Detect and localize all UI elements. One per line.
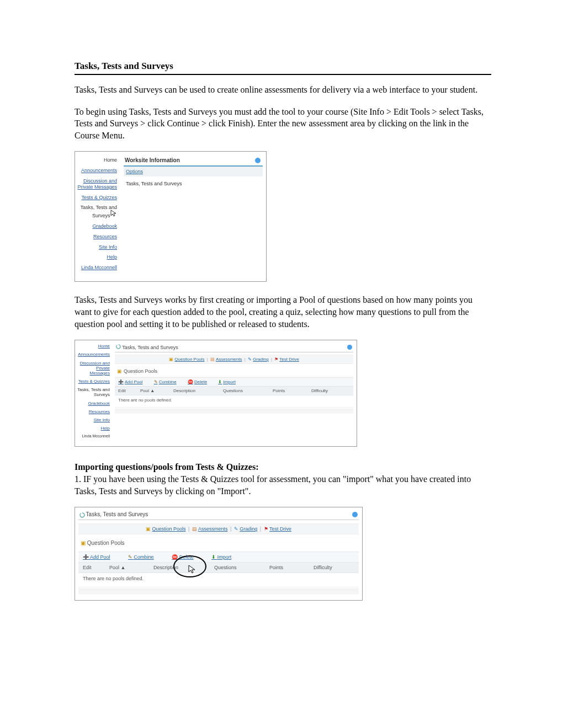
tool-titlebar: Tasks, Tests and Surveys xyxy=(78,510,359,520)
delete-icon: ⛔ xyxy=(188,379,193,384)
refresh-icon[interactable] xyxy=(79,512,84,517)
sidebar-item-help[interactable]: Help xyxy=(75,426,110,431)
tool-nav-strip: ▣ Question Pools | ▤ Assessments | ✎ Gra… xyxy=(115,355,353,364)
cursor-icon xyxy=(188,565,196,574)
title-rule xyxy=(75,74,491,75)
nav-grading[interactable]: Grading xyxy=(253,357,268,362)
screenshot-worksite-info: Home Announcements Discussion and Privat… xyxy=(75,151,267,282)
sidebar-item-discussion[interactable]: Discussion and Private Messages xyxy=(75,178,117,190)
course-menu-sidebar: Home Announcements Discussion and Privat… xyxy=(75,340,113,442)
subheading-importing: Importing questions/pools from Tests & Q… xyxy=(75,462,259,472)
subheading-body: 1. IF you have been using the Tests & Qu… xyxy=(75,474,471,496)
sidebar-user-name: Linda Mcconnell xyxy=(75,265,117,271)
pool-icon: ▣ xyxy=(81,540,86,546)
para-setup: To begin using Tasks, Tests and Surveys … xyxy=(75,106,491,142)
footer-bar xyxy=(78,588,359,595)
col-pool[interactable]: Pool ▲ xyxy=(109,565,153,570)
pool-actions-bar: ➕ Add Pool ✎ Combine ⛔ Delete ⬇ Import xyxy=(78,552,359,563)
panel-title: Worksite Information xyxy=(125,157,180,163)
empty-message: There are no pools defined. xyxy=(115,395,353,408)
col-edit[interactable]: Edit xyxy=(118,388,140,393)
options-bar: Options xyxy=(124,167,263,176)
refresh-icon[interactable] xyxy=(116,344,121,349)
plus-icon: ➕ xyxy=(83,554,89,560)
tool-title: Tasks, Tests and Surveys xyxy=(86,511,148,517)
import-link[interactable]: ⬇ Import xyxy=(211,554,231,560)
empty-message: There are no pools defined. xyxy=(78,573,359,587)
sidebar-item-home[interactable]: Home xyxy=(75,157,117,163)
nav-assessments[interactable]: Assessments xyxy=(216,357,242,362)
pencil-icon: ✎ xyxy=(154,379,158,384)
combine-link[interactable]: ✎ Combine xyxy=(128,554,154,560)
col-description[interactable]: Description xyxy=(173,388,223,393)
sidebar-item-gradebook[interactable]: Gradebook xyxy=(75,223,117,229)
sidebar-item-site-info[interactable]: Site Info xyxy=(75,244,117,250)
screenshot-question-pools: Home Announcements Discussion and Privat… xyxy=(75,340,357,447)
question-pools-heading: ▣ Question Pools xyxy=(78,540,359,552)
sidebar-user-name: Linda Mcconnell xyxy=(75,434,110,438)
delete-link[interactable]: ⛔Delete xyxy=(188,379,207,384)
nav-question-pools[interactable]: Question Pools xyxy=(152,526,185,532)
sidebar-item-resources[interactable]: Resources xyxy=(75,234,117,240)
nav-test-drive[interactable]: Test Drive xyxy=(269,526,291,532)
pencil-icon: ✎ xyxy=(128,554,132,560)
col-difficulty[interactable]: Difficulty xyxy=(311,388,350,393)
nav-assessments[interactable]: Assessments xyxy=(198,526,228,532)
tool-title: Tasks, Tests and Surveys xyxy=(122,345,178,350)
sidebar-item-tasks-tests-surveys[interactable]: Tasks, Tests and Surveys xyxy=(75,205,117,219)
pool-table-header: Edit Pool ▲ Description Questions Points… xyxy=(115,387,353,395)
para-workflow: Tasks, Tests and Surveys works by first … xyxy=(75,294,491,330)
col-points[interactable]: Points xyxy=(269,565,314,570)
col-difficulty[interactable]: Difficulty xyxy=(314,565,352,570)
screenshot-import-highlight: Tasks, Tests and Surveys ▣ Question Pool… xyxy=(75,507,363,601)
site-area-label: Tasks, Tests and Surveys xyxy=(124,176,263,191)
para-intro: Tasks, Tests and Surveys can be used to … xyxy=(75,84,491,96)
import-icon: ⬇ xyxy=(211,554,216,560)
col-questions[interactable]: Questions xyxy=(214,565,269,570)
sidebar-item-help[interactable]: Help xyxy=(75,254,117,260)
add-pool-link[interactable]: ➕Add Pool xyxy=(118,379,142,384)
sidebar-item-announcements[interactable]: Announcements xyxy=(75,352,110,357)
page-title: Tasks, Tests and Surveys xyxy=(75,61,491,72)
course-menu-sidebar: Home Announcements Discussion and Privat… xyxy=(75,152,120,281)
pool-table-header: Edit Pool ▲ Description Questions Points… xyxy=(78,563,359,573)
sidebar-item-tests-quizzes[interactable]: Tests & Quizzes xyxy=(75,195,117,201)
footer-bar xyxy=(115,409,353,414)
pool-icon: ▣ xyxy=(117,368,122,374)
col-description[interactable]: Description xyxy=(153,565,214,570)
sidebar-item-home[interactable]: Home xyxy=(75,344,110,349)
import-icon: ⬇ xyxy=(218,379,222,384)
sidebar-item-tests-quizzes[interactable]: Tests & Quizzes xyxy=(75,379,110,384)
sidebar-item-announcements[interactable]: Announcements xyxy=(75,168,117,174)
help-icon[interactable] xyxy=(347,345,352,350)
plus-icon: ➕ xyxy=(118,379,124,384)
delete-link[interactable]: ⛔ Delete xyxy=(172,554,194,560)
sidebar-item-resources[interactable]: Resources xyxy=(75,409,110,414)
import-link[interactable]: ⬇Import xyxy=(218,379,236,384)
help-icon[interactable] xyxy=(352,512,358,517)
panel-header: Worksite Information xyxy=(124,155,263,167)
delete-icon: ⛔ xyxy=(172,554,178,560)
tool-titlebar: Tasks, Tests and Surveys xyxy=(115,342,353,352)
question-pools-heading: ▣Question Pools xyxy=(115,367,353,377)
cursor-icon xyxy=(111,211,117,217)
nav-question-pools[interactable]: Question Pools xyxy=(174,357,204,362)
nav-grading[interactable]: Grading xyxy=(240,526,257,532)
combine-link[interactable]: ✎Combine xyxy=(154,379,177,384)
add-pool-link[interactable]: ➕ Add Pool xyxy=(83,554,110,560)
col-questions[interactable]: Questions xyxy=(223,388,273,393)
help-icon[interactable] xyxy=(255,158,261,163)
tool-nav-strip: ▣ Question Pools | ▤ Assessments | ✎ Gra… xyxy=(78,523,359,534)
sidebar-item-gradebook[interactable]: Gradebook xyxy=(75,401,110,406)
sidebar-item-tasks-tests-surveys[interactable]: Tasks, Tests and Surveys xyxy=(75,387,110,397)
col-points[interactable]: Points xyxy=(273,388,311,393)
sidebar-item-site-info[interactable]: Site Info xyxy=(75,417,110,422)
col-edit[interactable]: Edit xyxy=(83,565,109,570)
nav-test-drive[interactable]: Test Drive xyxy=(279,357,299,362)
sidebar-item-discussion[interactable]: Discussion and Private Messages xyxy=(75,361,110,376)
para-importing: Importing questions/pools from Tests & Q… xyxy=(75,461,491,497)
options-link[interactable]: Options xyxy=(126,169,143,174)
col-pool[interactable]: Pool ▲ xyxy=(140,388,173,393)
pool-actions-bar: ➕Add Pool ✎Combine ⛔Delete ⬇Import xyxy=(115,377,353,387)
